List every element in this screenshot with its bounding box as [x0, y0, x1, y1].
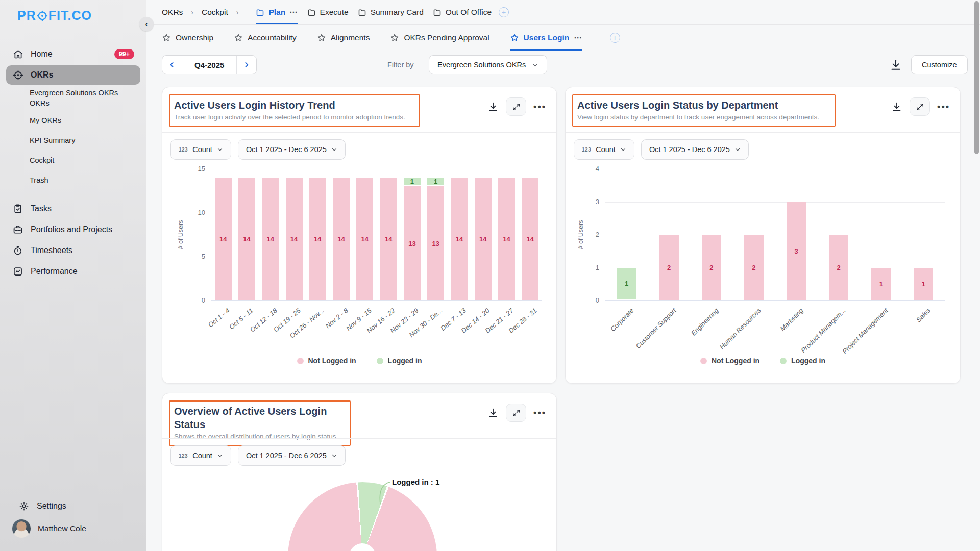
- sidebar-nav: Home99+OKRsEvergreen Solutions OKRs OKRs…: [0, 43, 146, 283]
- bar-segment: 1: [617, 268, 636, 300]
- breadcrumb-cockpit[interactable]: Cockpit: [202, 8, 228, 17]
- tab-alignments[interactable]: Alignments: [317, 25, 370, 51]
- bar-segment: 13: [427, 186, 444, 300]
- card-login-history-trend: Active Users Login History Trend Track u…: [162, 87, 557, 384]
- bar-segment: 14: [238, 178, 255, 300]
- stopwatch-icon: [12, 245, 23, 256]
- sidebar-item-my-okrs[interactable]: My OKRs: [6, 112, 140, 130]
- period-prev-button[interactable]: [162, 56, 182, 74]
- bar-segment: 14: [451, 178, 468, 300]
- sidebar: PR FIT.CO Home99+OKRsEvergreen Solutions…: [0, 0, 146, 551]
- add-tab-icon[interactable]: +: [499, 7, 509, 17]
- sidebar-item-label: KPI Summary: [30, 136, 75, 146]
- tab-ownership[interactable]: Ownership: [162, 25, 213, 51]
- filter-dropdown[interactable]: Evergreen Solutions OKRs: [429, 55, 547, 74]
- sidebar-item-kpi-summary[interactable]: KPI Summary: [6, 132, 140, 150]
- breadcrumb-separator: ›: [235, 8, 240, 16]
- gridline: [211, 257, 542, 257]
- logo-text-pre: PR: [17, 8, 36, 23]
- sidebar-collapse-button[interactable]: ‹: [139, 17, 154, 31]
- breadcrumb-okrs[interactable]: OKRs: [162, 8, 183, 17]
- bar-segment: 14: [498, 178, 515, 300]
- tab-label: Plan: [268, 8, 285, 17]
- target-icon: [12, 69, 23, 81]
- login-status-pie-chart: Logged in : 1: [162, 393, 556, 551]
- tab-okrs-pending-approval[interactable]: OKRs Pending Approval: [390, 25, 489, 51]
- user-profile[interactable]: Matthew Cole: [6, 515, 140, 542]
- vertical-scrollbar[interactable]: [974, 1, 979, 154]
- export-download-button[interactable]: [889, 58, 902, 71]
- sidebar-item-evergreen-solutions-okrs-okrs[interactable]: Evergreen Solutions OKRs OKRs: [6, 86, 140, 110]
- legend-dot: [377, 358, 383, 364]
- x-category-label: Project Management: [841, 307, 889, 355]
- x-category-label: Sales: [915, 307, 932, 324]
- tab-users-login[interactable]: Users Login⋯: [510, 25, 582, 51]
- sidebar-item-home[interactable]: Home99+: [6, 44, 140, 64]
- tab-label: Alignments: [331, 33, 370, 42]
- tab-plan[interactable]: Plan⋯: [256, 0, 298, 24]
- breadcrumb-separator: ›: [190, 8, 194, 16]
- chart-legend: Not Logged inLogged in: [566, 357, 960, 365]
- tab-summary-card[interactable]: Summary Card: [358, 0, 424, 24]
- bar-segment: 2: [829, 235, 848, 300]
- tab-label: OKRs Pending Approval: [404, 33, 489, 42]
- bar-value-label: 14: [479, 235, 486, 243]
- tab-label: Accountability: [248, 33, 297, 42]
- sidebar-item-performance[interactable]: Performance: [6, 262, 140, 281]
- logo-text-post: FIT.CO: [48, 8, 92, 23]
- bar-segment: 14: [262, 178, 279, 300]
- sidebar-item-label: Cockpit: [30, 156, 54, 166]
- x-category-label: Marketing: [779, 307, 805, 333]
- bar-value-label: 14: [337, 235, 345, 243]
- period-label[interactable]: Q4-2025: [182, 56, 237, 74]
- tab-accountability[interactable]: Accountability: [234, 25, 297, 51]
- tab-out-of-office[interactable]: Out Of Office: [433, 0, 492, 24]
- star-icon: [317, 33, 326, 42]
- sidebar-item-label: Home: [31, 49, 53, 59]
- sidebar-item-label: Evergreen Solutions OKRs OKRs: [30, 88, 134, 108]
- bar-segment: 14: [380, 178, 397, 300]
- x-category-label: Oct 1 - 4: [207, 307, 231, 329]
- bar-segment: 14: [309, 178, 326, 300]
- page-tabs: Plan⋯ExecuteSummary CardOut Of Office+: [247, 0, 509, 24]
- sidebar-item-cockpit[interactable]: Cockpit: [6, 152, 140, 170]
- x-category-label: Human Resources: [718, 307, 763, 351]
- notification-badge: 99+: [114, 49, 134, 59]
- tab-execute[interactable]: Execute: [307, 0, 349, 24]
- bar-segment: 2: [744, 235, 764, 300]
- tab-overflow-icon[interactable]: ⋯: [574, 33, 582, 42]
- sidebar-item-label: Settings: [37, 502, 66, 511]
- period-next-button[interactable]: [237, 56, 256, 74]
- x-category-label: Corporate: [609, 307, 635, 333]
- legend-item: Not Logged in: [297, 357, 356, 365]
- sidebar-item-timesheets[interactable]: Timesheets: [6, 241, 140, 260]
- star-icon: [390, 33, 399, 42]
- bar-value-label: 2: [667, 264, 671, 271]
- filter-dropdown-value: Evergreen Solutions OKRs: [437, 61, 526, 69]
- legend-label: Logged in: [791, 357, 825, 365]
- add-tab-icon[interactable]: +: [610, 33, 620, 43]
- sidebar-item-settings[interactable]: Settings: [12, 496, 134, 516]
- y-axis-label: # of Users: [177, 220, 184, 249]
- tab-overflow-icon[interactable]: ⋯: [289, 8, 298, 17]
- y-tick-label: 0: [185, 296, 205, 304]
- bar-value-label: 14: [314, 235, 321, 243]
- sidebar-item-label: OKRs: [31, 70, 53, 80]
- logo-target-icon: [37, 10, 48, 21]
- sidebar-footer-divider: [0, 490, 146, 490]
- avatar[interactable]: [12, 519, 31, 538]
- y-tick-label: 3: [579, 198, 599, 206]
- customize-button[interactable]: Customize: [911, 55, 968, 74]
- chevron-down-icon: [532, 62, 538, 68]
- sidebar-item-okrs[interactable]: OKRs: [6, 65, 140, 85]
- sidebar-item-portfolios-and-projects[interactable]: Portfolios and Projects: [6, 220, 140, 239]
- bar-value-label: 1: [879, 280, 883, 288]
- bar-value-label: 1: [922, 280, 925, 288]
- filter-by-label: Filter by: [387, 61, 414, 69]
- sidebar-item-tasks[interactable]: Tasks: [6, 199, 140, 218]
- bar-value-label: 14: [290, 235, 298, 243]
- sidebar-item-trash[interactable]: Trash: [6, 171, 140, 190]
- tab-label: Summary Card: [371, 8, 424, 17]
- sidebar-item-label: Portfolios and Projects: [31, 225, 112, 234]
- folder-icon: [307, 8, 316, 17]
